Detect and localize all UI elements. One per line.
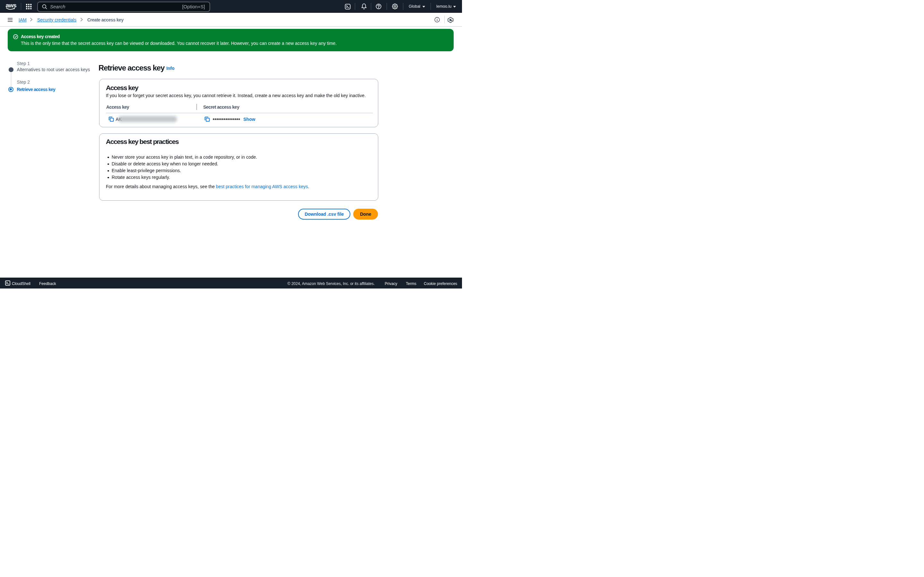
svg-text:aws: aws	[5, 3, 16, 9]
